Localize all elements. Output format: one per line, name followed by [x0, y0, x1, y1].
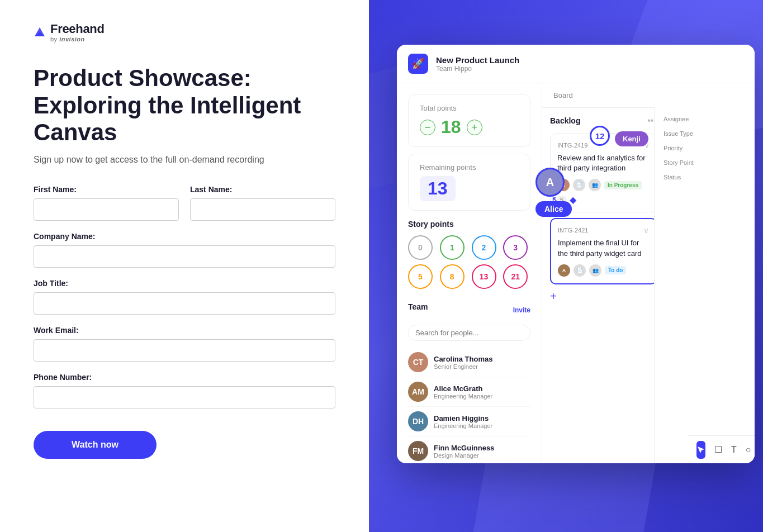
app-header-info: New Product Launch Team Hippo — [436, 55, 519, 73]
add-card-button[interactable]: + — [550, 290, 657, 303]
circle-tool[interactable]: ○ — [746, 441, 751, 459]
app-toolbar: ☐ T ○ ✏ ⊞ ◇ — [688, 435, 755, 463]
rectangle-tool[interactable]: ☐ — [714, 441, 722, 459]
story-bubble-1[interactable]: 1 — [440, 235, 465, 260]
story-bubble-0[interactable]: 0 — [408, 235, 433, 260]
phone-label: Phone Number: — [34, 373, 335, 382]
prop-priority: Priority — [664, 145, 746, 151]
points-controls: − 18 + — [420, 117, 482, 137]
card-icon-doc-2421: 📄 — [574, 264, 586, 277]
prop-status-label: Status — [664, 174, 746, 180]
increment-button[interactable]: + — [467, 120, 482, 135]
last-name-label: Last Name: — [190, 185, 335, 194]
remaining-points-row: 13 — [420, 176, 519, 201]
app-header: 🚀 New Product Launch Team Hippo — [397, 45, 755, 83]
member-name-carolina: Carolina Thomas — [434, 355, 492, 363]
card-icon-group-2421: 👥 — [589, 264, 601, 277]
story-bubble-8[interactable]: 8 — [440, 264, 465, 289]
app-body: Total points − 18 + Remaining points 13 — [397, 83, 755, 463]
page-subtitle: Sign up now to get access to the full on… — [34, 155, 335, 165]
team-section: Team Invite CT Carolina Thomas Senior En… — [408, 302, 530, 463]
team-member-finn: FM Finn McGuinness Design Manager — [408, 436, 530, 463]
company-row: Company Name: — [34, 232, 335, 268]
total-points-card: Total points − 18 + — [408, 94, 530, 147]
card-title-2421: Implement the final UI for the third par… — [558, 238, 649, 258]
team-member-alice: AM Alice McGrath Engineering Manager — [408, 377, 530, 407]
app-right-column: Board Backlog ••• INTG-2419 ∨ — [542, 83, 755, 463]
app-left-column: Total points − 18 + Remaining points 13 — [397, 83, 542, 463]
story-bubble-2[interactable]: 2 — [472, 235, 496, 260]
prop-assignee-label: Assignee — [664, 116, 746, 122]
story-points-section: Story points 0 1 2 3 5 8 13 21 — [408, 220, 530, 289]
app-project-icon: 🚀 — [408, 54, 428, 74]
watch-now-button[interactable]: Watch now — [34, 431, 157, 459]
story-bubble-5[interactable]: 5 — [408, 264, 433, 289]
property-panel: Assignee Issue Type Priority Story Point… — [654, 107, 755, 463]
total-points-row: − 18 + — [420, 117, 519, 137]
member-avatar-damien: DH — [408, 411, 428, 431]
team-header: Team Invite — [408, 302, 530, 318]
job-row: Job Title: — [34, 279, 335, 315]
total-points-label: Total points — [420, 104, 519, 112]
card-icon-group-2419: 👥 — [589, 179, 601, 191]
story-bubble-13[interactable]: 13 — [472, 264, 496, 289]
member-info-alice: Alice McGrath Engineering Manager — [434, 384, 492, 400]
member-name-alice: Alice McGrath — [434, 384, 492, 393]
job-title-input[interactable] — [34, 292, 335, 315]
backlog-column: Backlog ••• INTG-2419 ∨ Review and fix a… — [542, 108, 665, 463]
story-bubble-21[interactable]: 21 — [503, 264, 528, 289]
remaining-points-label: Remaining points — [420, 163, 519, 172]
phone-row: Phone Number: — [34, 373, 335, 408]
remaining-points-value: 13 — [420, 176, 456, 201]
member-info-damien: Damien Higgins Engineering Manager — [434, 414, 492, 429]
cursor-tool[interactable] — [696, 441, 705, 459]
invite-button[interactable]: Invite — [513, 306, 530, 314]
alice-avatar-large: A — [535, 168, 565, 197]
prop-assignee: Assignee — [664, 116, 746, 122]
prop-issue-type: Issue Type — [664, 130, 746, 137]
backlog-title: Backlog — [550, 116, 580, 125]
prop-status: Status — [664, 174, 746, 180]
member-info-carolina: Carolina Thomas Senior Engineer — [434, 355, 492, 370]
app-window: 🚀 New Product Launch Team Hippo Total po… — [397, 45, 755, 463]
card-icon-doc-2419: 📄 — [573, 179, 585, 191]
name-row: First Name: Last Name: — [34, 185, 335, 221]
member-role-carolina: Senior Engineer — [434, 363, 492, 370]
phone-input[interactable] — [34, 386, 335, 408]
kenji-label: Kenji — [615, 131, 648, 146]
member-avatar-finn: FM — [408, 441, 428, 461]
card-avatar-2421: A — [558, 264, 570, 277]
card-id-2421: INTG-2421 ∨ — [558, 226, 649, 235]
decrement-button[interactable]: − — [420, 120, 435, 135]
backlog-header: Backlog ••• — [550, 116, 657, 126]
phone-group: Phone Number: — [34, 373, 335, 408]
company-input[interactable] — [34, 245, 335, 268]
email-input[interactable] — [34, 339, 335, 362]
first-name-input[interactable] — [34, 198, 179, 221]
search-people-input[interactable] — [408, 325, 530, 341]
last-name-group: Last Name: — [190, 185, 335, 221]
prop-priority-label: Priority — [664, 145, 746, 151]
company-group: Company Name: — [34, 232, 335, 268]
member-info-finn: Finn McGuinness Design Manager — [434, 444, 494, 459]
logo-freehand: Freehand — [50, 22, 105, 36]
app-header-subtitle: Team Hippo — [436, 65, 519, 73]
logo-area: Freehand by invision — [34, 22, 335, 42]
total-points-value: 18 — [441, 117, 461, 137]
board-card-intg2421[interactable]: INTG-2421 ∨ Implement the final UI for t… — [550, 218, 657, 284]
right-panel: 🚀 New Product Launch Team Hippo Total po… — [369, 0, 763, 532]
last-name-input[interactable] — [190, 198, 335, 221]
card-chevron-2421[interactable]: ∨ — [643, 226, 649, 235]
email-group: Work Email: — [34, 326, 335, 362]
member-avatar-carolina: CT — [408, 352, 428, 372]
logo-by-invision: by invision — [50, 36, 105, 42]
prop-story-points-label: Story Point — [664, 159, 746, 166]
job-title-label: Job Title: — [34, 279, 335, 288]
team-member-carolina: CT Carolina Thomas Senior Engineer — [408, 348, 530, 377]
app-header-title: New Product Launch — [436, 55, 519, 65]
story-bubble-3[interactable]: 3 — [503, 235, 528, 260]
story-bubbles-grid: 0 1 2 3 5 8 13 21 — [408, 235, 530, 289]
member-name-damien: Damien Higgins — [434, 414, 492, 422]
text-tool[interactable]: T — [731, 441, 737, 459]
board-header: Board — [542, 83, 755, 108]
